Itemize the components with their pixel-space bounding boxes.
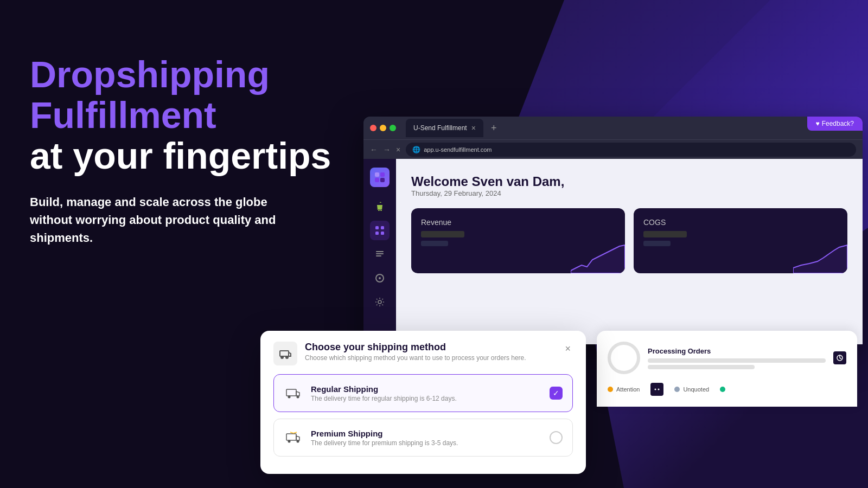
tl-green[interactable] bbox=[390, 125, 396, 131]
svg-rect-9 bbox=[376, 253, 384, 254]
svg-rect-3 bbox=[380, 178, 385, 182]
premium-shipping-info: Premium Shipping The delivery time for p… bbox=[311, 429, 542, 447]
address-bar[interactable]: 🌐 app.u-sendfulfillment.com bbox=[406, 143, 856, 157]
status-green-dot bbox=[720, 387, 725, 392]
revenue-card-title: Revenue bbox=[421, 218, 615, 227]
sidebar-item-shopify[interactable] bbox=[370, 197, 390, 216]
svg-rect-4 bbox=[375, 226, 379, 229]
sidebar-item-orders[interactable] bbox=[370, 245, 390, 264]
svg-rect-0 bbox=[375, 172, 379, 177]
premium-shipping-option[interactable]: Premium Shipping The delivery time for p… bbox=[273, 419, 573, 457]
globe-icon: 🌐 bbox=[412, 146, 420, 153]
orders-section: Processing Orders Attention Unquoted bbox=[597, 331, 857, 407]
close-nav-button[interactable]: × bbox=[396, 145, 400, 154]
app-content: Welcome Sven van Dam, Thursday, 29 Febru… bbox=[363, 159, 863, 344]
attention-label: Attention bbox=[616, 386, 640, 393]
browser-nav: ← → × 🌐 app.u-sendfulfillment.com bbox=[363, 139, 863, 159]
cogs-value-bar bbox=[643, 231, 687, 237]
svg-rect-20 bbox=[286, 434, 296, 440]
browser-tab[interactable]: U-Send Fulfillment × bbox=[406, 119, 483, 137]
browser-chrome: U-Send Fulfillment × + ♥ Feedback? bbox=[363, 117, 863, 139]
svg-point-15 bbox=[281, 356, 283, 358]
hero-subtitle: Build, manage and scale across the globe… bbox=[30, 193, 301, 247]
modal-text: Choose your shipping method Choose which… bbox=[305, 342, 526, 362]
attention-dot bbox=[608, 387, 613, 392]
status-badges-row: Attention Unquoted bbox=[608, 383, 846, 396]
modal-title: Choose your shipping method bbox=[305, 342, 526, 353]
hero-title: Dropshipping Fulfillment at your fingert… bbox=[30, 54, 344, 176]
feedback-button[interactable]: ♥ Feedback? bbox=[807, 117, 863, 131]
svg-point-22 bbox=[297, 440, 299, 443]
svg-point-13 bbox=[378, 300, 381, 304]
sidebar-logo[interactable] bbox=[370, 168, 390, 187]
shipping-modal: Choose your shipping method Choose which… bbox=[260, 331, 586, 474]
main-dashboard: Welcome Sven van Dam, Thursday, 29 Febru… bbox=[396, 159, 863, 344]
tab-title: U-Send Fulfillment bbox=[413, 124, 467, 132]
back-button[interactable]: ← bbox=[370, 145, 378, 154]
small-action-icon[interactable] bbox=[650, 383, 663, 396]
welcome-date: Thursday, 29 February, 2024 bbox=[411, 189, 847, 197]
hero-title-white: at your fingertips bbox=[30, 135, 331, 176]
processing-orders-label: Processing Orders bbox=[648, 347, 826, 355]
premium-shipping-name: Premium Shipping bbox=[311, 429, 542, 438]
traffic-lights bbox=[370, 125, 396, 131]
svg-rect-6 bbox=[375, 232, 379, 235]
cogs-sub-bar bbox=[643, 241, 671, 246]
processing-orders-stat: Processing Orders bbox=[608, 342, 846, 374]
tl-yellow[interactable] bbox=[380, 125, 386, 131]
url-text: app.u-sendfulfillment.com bbox=[424, 146, 492, 153]
regular-shipping-check: ✓ bbox=[550, 387, 563, 400]
modal-subtitle: Choose which shipping method you want to… bbox=[305, 354, 526, 362]
modal-body: Regular Shipping The delivery time for r… bbox=[260, 374, 586, 474]
revenue-value-bar bbox=[421, 231, 464, 237]
unquoted-dot bbox=[674, 387, 680, 392]
regular-shipping-desc: The delivery time for regular shipping i… bbox=[311, 395, 542, 402]
revenue-card: Revenue bbox=[411, 208, 625, 273]
svg-rect-10 bbox=[376, 255, 381, 256]
premium-shipping-icon bbox=[284, 428, 303, 447]
attention-badge: Attention bbox=[608, 386, 640, 393]
forward-button[interactable]: → bbox=[383, 145, 391, 154]
sidebar-item-dashboard[interactable] bbox=[370, 221, 390, 240]
processing-bar-2 bbox=[648, 365, 755, 369]
sidebar-item-products[interactable] bbox=[370, 268, 390, 288]
hero-title-purple: Dropshipping Fulfillment bbox=[30, 54, 270, 136]
svg-rect-7 bbox=[381, 232, 384, 235]
tab-close-icon[interactable]: × bbox=[471, 124, 476, 132]
premium-shipping-desc: The delivery time for premium shipping i… bbox=[311, 439, 542, 447]
svg-point-25 bbox=[658, 389, 660, 390]
tab-add-icon[interactable]: + bbox=[491, 123, 497, 134]
regular-shipping-name: Regular Shipping bbox=[311, 384, 542, 394]
welcome-message: Welcome Sven van Dam, bbox=[411, 174, 847, 189]
modal-close-button[interactable]: × bbox=[563, 342, 573, 356]
svg-point-16 bbox=[286, 356, 288, 358]
sidebar bbox=[363, 159, 396, 344]
svg-rect-1 bbox=[380, 172, 385, 177]
processing-orders-info: Processing Orders bbox=[648, 347, 826, 369]
svg-point-12 bbox=[379, 277, 381, 279]
svg-point-19 bbox=[297, 396, 299, 399]
modal-icon bbox=[273, 342, 297, 365]
sidebar-item-settings[interactable] bbox=[370, 292, 390, 312]
regular-shipping-info: Regular Shipping The delivery time for r… bbox=[311, 384, 542, 402]
svg-point-21 bbox=[288, 440, 291, 443]
cogs-card: COGS bbox=[634, 208, 847, 273]
revenue-sub-bar bbox=[421, 241, 448, 246]
regular-shipping-icon bbox=[284, 383, 303, 403]
modal-header: Choose your shipping method Choose which… bbox=[260, 331, 586, 374]
svg-rect-17 bbox=[286, 389, 296, 396]
cogs-card-title: COGS bbox=[643, 218, 838, 227]
svg-point-18 bbox=[288, 396, 291, 399]
heart-icon: ♥ bbox=[816, 120, 820, 127]
unquoted-badge: Unquoted bbox=[674, 386, 709, 393]
svg-rect-8 bbox=[376, 251, 384, 252]
cogs-chart bbox=[793, 241, 847, 273]
svg-rect-14 bbox=[280, 351, 289, 356]
hero-section: Dropshipping Fulfillment at your fingert… bbox=[30, 54, 344, 247]
processing-orders-circle bbox=[608, 342, 640, 374]
browser-window: U-Send Fulfillment × + ♥ Feedback? ← → ×… bbox=[363, 117, 863, 344]
revenue-chart bbox=[571, 241, 625, 273]
regular-shipping-option[interactable]: Regular Shipping The delivery time for r… bbox=[273, 374, 573, 412]
tl-red[interactable] bbox=[370, 125, 376, 131]
svg-rect-2 bbox=[375, 178, 379, 182]
